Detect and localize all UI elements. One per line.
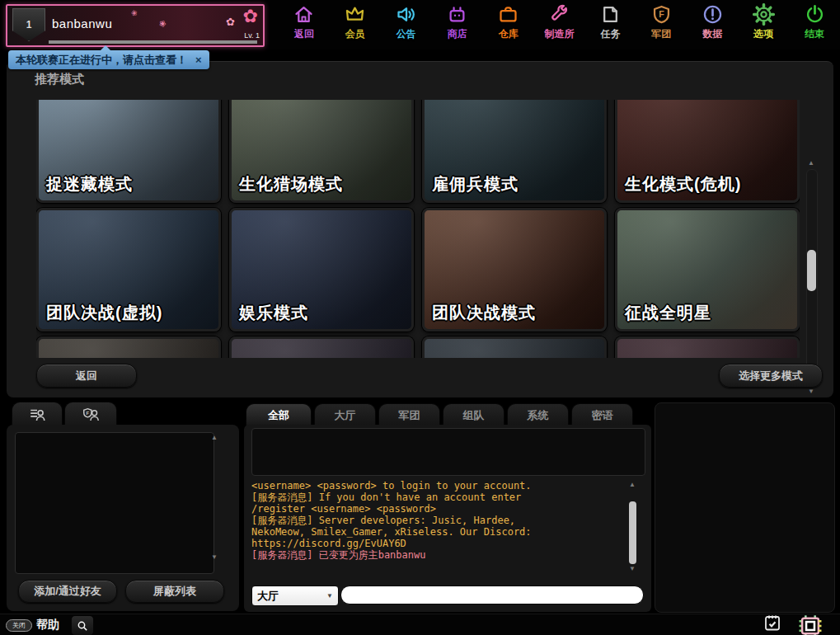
mode-tile[interactable]: 团队决战模式 bbox=[422, 208, 607, 332]
nav-factory-button[interactable]: 制造所 bbox=[534, 3, 585, 48]
modes-scrollbar-thumb[interactable] bbox=[807, 250, 816, 291]
chip-icon bbox=[796, 612, 824, 635]
nav-label: 返回 bbox=[294, 27, 314, 41]
modes-scroll-area: 捉迷藏模式生化猎场模式雇佣兵模式生化模式(危机)团队决战(虚拟)娱乐模式团队决战… bbox=[36, 100, 800, 358]
replay-button[interactable] bbox=[796, 612, 824, 635]
mode-art bbox=[39, 339, 218, 358]
mode-tile[interactable]: 捉迷藏模式 bbox=[36, 100, 221, 203]
mode-label: 团队决战(虚拟) bbox=[46, 302, 162, 324]
league-notification-banner[interactable]: 本轮联赛正在进行中，请点击查看！ × bbox=[8, 50, 209, 69]
chat-tabs: 全部大厅军团组队系统密语 bbox=[246, 403, 633, 426]
channel-selected-label: 大厅 bbox=[257, 589, 326, 604]
chat-input[interactable] bbox=[340, 586, 644, 604]
nav-member-button[interactable]: 会员 bbox=[330, 3, 381, 48]
mode-tile[interactable]: 娱乐模式 bbox=[229, 208, 414, 332]
chat-tab-3[interactable]: 组队 bbox=[443, 403, 504, 426]
chat-tab-4[interactable]: 系统 bbox=[507, 403, 569, 426]
mode-tile[interactable]: 生化模式(危机) bbox=[615, 100, 800, 203]
nav-shop-button[interactable]: 商店 bbox=[432, 3, 483, 48]
mode-tile[interactable]: 征战全明星 bbox=[615, 208, 800, 332]
speaker-icon bbox=[395, 3, 417, 26]
search-button[interactable] bbox=[71, 615, 94, 635]
chat-log[interactable]: <username> <password> to login to your a… bbox=[251, 480, 621, 581]
nav-options-button[interactable]: 选项 bbox=[738, 3, 789, 48]
chat-tab-0[interactable]: 全部 bbox=[246, 403, 312, 426]
mode-label: 团队决战模式 bbox=[432, 302, 536, 324]
chat-message: [服务器消息] 已变更为房主banbanwu bbox=[251, 549, 621, 561]
petal-icon: ❀ bbox=[130, 8, 138, 18]
player-rank-badge: 1 bbox=[12, 8, 45, 41]
svg-text:F: F bbox=[659, 9, 664, 19]
scroll-down-icon[interactable]: ▼ bbox=[211, 554, 218, 561]
player-xp-bar bbox=[49, 40, 257, 44]
back-button[interactable]: 返回 bbox=[36, 364, 137, 388]
tab-clan-members[interactable]: F bbox=[64, 402, 117, 426]
chat-channel-dropdown[interactable]: 大厅 ▼ bbox=[251, 586, 339, 606]
nav-clan-button[interactable]: F军团 bbox=[636, 3, 687, 48]
mode-tile[interactable] bbox=[229, 336, 414, 358]
crown-icon bbox=[344, 3, 366, 26]
mode-label: 捉迷藏模式 bbox=[46, 173, 133, 195]
chat-message: /register <username> <password> bbox=[251, 503, 621, 515]
room-info-panel bbox=[655, 402, 835, 613]
player-level: Lv. 1 bbox=[244, 31, 260, 40]
notification-text: 本轮联赛正在进行中，请点击查看！ bbox=[16, 53, 187, 68]
nav-exit-button[interactable]: 结束 bbox=[789, 3, 840, 48]
nav-back-button[interactable]: 返回 bbox=[279, 3, 330, 48]
mode-tile[interactable]: 团队决战(虚拟) bbox=[36, 208, 221, 332]
chat-scrollbar-thumb[interactable] bbox=[629, 501, 636, 564]
mode-label: 生化猎场模式 bbox=[239, 173, 343, 195]
mode-tile[interactable]: 雇佣兵模式 bbox=[422, 100, 607, 203]
chat-message: NekoMeow, Smilex_Gamer, xRiseless. Our D… bbox=[251, 526, 621, 538]
mode-label: 生化模式(危机) bbox=[625, 173, 741, 195]
nav-storage-button[interactable]: 仓库 bbox=[483, 3, 534, 48]
scroll-up-icon[interactable]: ▲ bbox=[629, 482, 636, 488]
scroll-down-icon[interactable]: ▼ bbox=[629, 566, 636, 572]
game-lobby-window: 1 banbanwu Lv. 1 ✿ ✿ ❀ ❀ 返回会员公告商店仓库制造所任务… bbox=[0, 0, 840, 635]
mode-art bbox=[425, 339, 604, 358]
clan-members-icon: F bbox=[82, 406, 100, 424]
tools-icon bbox=[548, 3, 570, 26]
chat-tab-1[interactable]: 大厅 bbox=[314, 403, 376, 426]
mode-tile[interactable] bbox=[615, 336, 800, 358]
top-navigation: 返回会员公告商店仓库制造所任务F军团数据选项结束 bbox=[279, 3, 840, 48]
panel-title: 推荐模式 bbox=[35, 72, 84, 87]
petal-icon: ❀ bbox=[157, 18, 167, 30]
chat-tab-2[interactable]: 军团 bbox=[378, 403, 440, 426]
chat-panel: <username> <password> to login to your a… bbox=[244, 425, 651, 612]
player-banner[interactable]: 1 banbanwu Lv. 1 ✿ ✿ ❀ ❀ bbox=[6, 4, 265, 47]
scroll-down-icon[interactable]: ▼ bbox=[808, 388, 814, 395]
friends-list[interactable] bbox=[15, 432, 214, 574]
mode-tile[interactable] bbox=[422, 336, 607, 358]
nav-label: 制造所 bbox=[544, 27, 574, 41]
mode-tile[interactable] bbox=[36, 336, 221, 358]
briefcase-icon bbox=[497, 3, 519, 26]
friends-list-icon bbox=[28, 406, 46, 424]
nav-notice-button[interactable]: 公告 bbox=[381, 3, 432, 48]
scroll-up-icon[interactable]: ▲ bbox=[808, 160, 814, 167]
chat-message: <username> <password> to login to your a… bbox=[251, 480, 621, 492]
nav-label: 选项 bbox=[753, 27, 773, 41]
status-bar: 关闭 帮助 bbox=[0, 614, 840, 635]
block-list-button[interactable]: 屏蔽列表 bbox=[125, 580, 224, 603]
tab-friends-list[interactable] bbox=[12, 402, 63, 426]
nav-data-button[interactable]: 数据 bbox=[687, 3, 738, 48]
cherry-blossom-icon: ✿ bbox=[226, 16, 235, 28]
nav-tasks-button[interactable]: 任务 bbox=[584, 3, 636, 48]
calendar-button[interactable] bbox=[763, 613, 782, 634]
friends-panel: 添加/通过好友 屏蔽列表 bbox=[7, 425, 239, 611]
home-icon bbox=[293, 3, 315, 26]
chat-tab-5[interactable]: 密语 bbox=[571, 403, 633, 426]
help-toggle[interactable]: 关闭 bbox=[6, 619, 32, 632]
nav-label: 军团 bbox=[651, 27, 671, 41]
close-icon[interactable]: × bbox=[195, 54, 202, 66]
add-friend-button[interactable]: 添加/通过好友 bbox=[18, 580, 117, 603]
search-icon bbox=[76, 619, 89, 633]
mode-tile[interactable]: 生化猎场模式 bbox=[229, 100, 414, 203]
chat-message: https://discord.gg/EvUAY6D bbox=[251, 538, 621, 549]
scroll-up-icon[interactable]: ▲ bbox=[211, 435, 218, 441]
chevron-down-icon: ▼ bbox=[326, 592, 333, 600]
nav-label: 数据 bbox=[702, 27, 722, 41]
help-label: 帮助 bbox=[36, 618, 59, 633]
more-modes-button[interactable]: 选择更多模式 bbox=[719, 364, 823, 388]
